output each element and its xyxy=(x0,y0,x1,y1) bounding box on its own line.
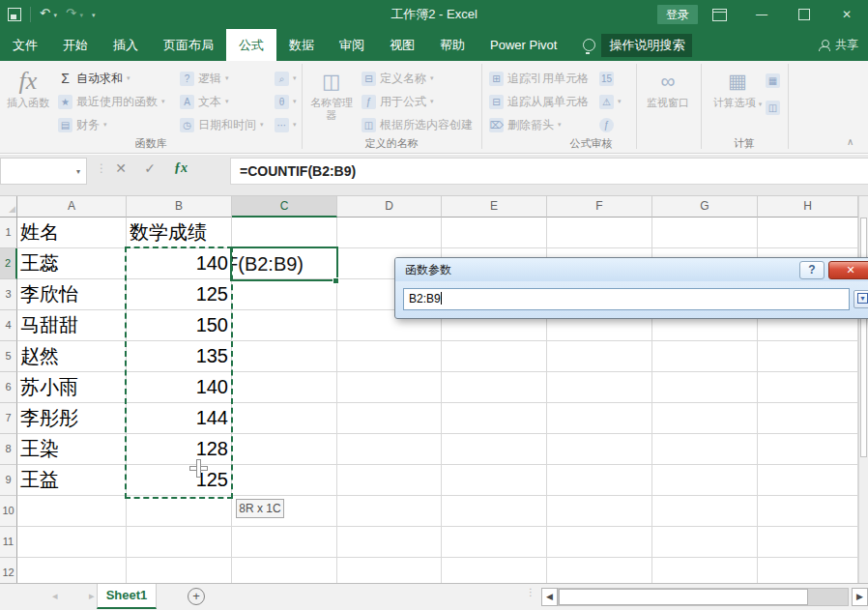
trace-dependents-button[interactable]: ⊟ 追踪从属单元格 xyxy=(489,92,589,111)
sheet-nav-next-button[interactable]: ▸ xyxy=(89,590,95,602)
row-header-7[interactable]: 7 xyxy=(0,403,17,434)
cell-B2[interactable]: 140 xyxy=(127,248,232,279)
cell-F10[interactable] xyxy=(547,496,652,527)
row-header-2[interactable]: 2 xyxy=(0,248,17,279)
cell-A5[interactable]: 赵然 xyxy=(17,341,127,372)
cell-A9[interactable]: 王益 xyxy=(17,465,127,496)
cell-B11[interactable] xyxy=(127,527,232,558)
undo-button[interactable]: ↶ ▾ xyxy=(40,0,57,30)
name-box[interactable]: ▾ xyxy=(0,158,87,185)
cell-B1[interactable]: 数学成绩 xyxy=(127,218,232,248)
close-button[interactable]: ✕ xyxy=(825,0,868,29)
column-header-A[interactable]: A xyxy=(17,196,127,218)
horizontal-scrollbar-thumb[interactable] xyxy=(559,589,808,605)
show-formulas-button[interactable]: 15 xyxy=(599,69,614,88)
cell-E7[interactable] xyxy=(442,403,547,434)
column-header-E[interactable]: E xyxy=(442,196,547,218)
sheet-tab-sheet1[interactable]: Sheet1 xyxy=(97,584,157,609)
dialog-close-button[interactable]: ✕ xyxy=(828,261,868,279)
cell-B12[interactable] xyxy=(127,558,232,583)
tab-view[interactable]: 视图 xyxy=(377,29,427,61)
cell-H10[interactable] xyxy=(758,496,858,527)
evaluate-formula-button[interactable]: ƒ xyxy=(599,115,614,134)
minimize-button[interactable]: — xyxy=(740,0,783,29)
column-header-F[interactable]: F xyxy=(547,196,652,218)
row-header-9[interactable]: 9 xyxy=(0,465,17,496)
cell-B3[interactable]: 125 xyxy=(127,279,232,310)
cell-E10[interactable] xyxy=(442,496,547,527)
tab-help[interactable]: 帮助 xyxy=(427,29,477,61)
cell-F11[interactable] xyxy=(547,527,652,558)
cell-A12[interactable] xyxy=(17,558,127,583)
vertical-scrollbar-thumb[interactable] xyxy=(860,218,867,457)
formula-input[interactable]: =COUNTIF(B2:B9) xyxy=(230,158,868,185)
redo-button[interactable]: ↷ ▾ xyxy=(66,0,83,30)
cell-C3[interactable] xyxy=(232,279,337,310)
tab-splitter-handle[interactable]: ⋮ xyxy=(526,588,535,596)
share-button[interactable]: 共享 xyxy=(819,29,868,61)
cell-G9[interactable] xyxy=(652,465,758,496)
cell-F9[interactable] xyxy=(547,465,652,496)
cell-C5[interactable] xyxy=(232,341,337,372)
watch-window-button[interactable]: ∞ 监视窗口 xyxy=(642,64,694,133)
active-cell-c2[interactable]: F(B2:B9) xyxy=(230,247,338,281)
cell-B5[interactable]: 135 xyxy=(127,341,232,372)
cell-G1[interactable] xyxy=(652,218,758,248)
logical-button[interactable]: ? 逻辑▾ xyxy=(180,69,229,88)
range-input[interactable]: B2:B9 xyxy=(403,288,850,310)
cell-D1[interactable] xyxy=(337,218,442,248)
column-header-C[interactable]: C xyxy=(232,196,337,218)
use-in-formula-button[interactable]: ƒ 用于公式▾ xyxy=(362,92,434,111)
dialog-help-button[interactable]: ? xyxy=(799,261,825,279)
tab-page-layout[interactable]: 页面布局 xyxy=(151,29,226,61)
row-header-6[interactable]: 6 xyxy=(0,372,17,403)
sheet-nav-prev-button[interactable]: ◂ xyxy=(52,590,58,602)
cell-D12[interactable] xyxy=(337,558,442,583)
remove-arrows-button[interactable]: ⌦ 删除箭头▾ xyxy=(489,115,562,134)
cell-D7[interactable] xyxy=(337,403,442,434)
collapse-ribbon-button[interactable]: ∧ xyxy=(847,136,854,147)
cell-A4[interactable]: 马甜甜 xyxy=(17,310,127,341)
save-icon[interactable] xyxy=(8,8,21,21)
cell-B6[interactable]: 140 xyxy=(127,372,232,403)
cell-D8[interactable] xyxy=(337,434,442,465)
recent-functions-button[interactable]: ★ 最近使用的函数▾ xyxy=(58,92,165,111)
cell-A6[interactable]: 苏小雨 xyxy=(17,372,127,403)
tab-power-pivot[interactable]: Power Pivot xyxy=(477,29,569,61)
hscroll-left-button[interactable]: ◀ xyxy=(541,588,558,606)
cell-C1[interactable] xyxy=(232,218,337,248)
tab-file[interactable]: 文件 xyxy=(0,29,50,61)
cell-H7[interactable] xyxy=(758,403,858,434)
cell-C9[interactable] xyxy=(232,465,337,496)
add-sheet-button[interactable]: + xyxy=(188,588,205,605)
hscroll-right-button[interactable]: ▶ xyxy=(852,588,868,606)
row-header-5[interactable]: 5 xyxy=(0,341,17,372)
trace-precedents-button[interactable]: ⊞ 追踪引用单元格 xyxy=(489,69,589,88)
cell-B8[interactable]: 128 xyxy=(127,434,232,465)
cell-B10[interactable] xyxy=(127,496,232,527)
cell-E12[interactable] xyxy=(442,558,547,583)
financial-button[interactable]: ▤ 财务▾ xyxy=(58,115,107,134)
cell-G5[interactable] xyxy=(652,341,758,372)
lookup-reference-button[interactable]: ⌕▾ xyxy=(275,69,297,88)
column-header-G[interactable]: G xyxy=(652,196,758,218)
cell-A8[interactable]: 王染 xyxy=(17,434,127,465)
cell-A11[interactable] xyxy=(17,527,127,558)
tab-insert[interactable]: 插入 xyxy=(101,29,151,61)
tell-me-search-box[interactable]: 操作说明搜索 xyxy=(601,34,692,57)
cell-F1[interactable] xyxy=(547,218,652,248)
fill-handle[interactable] xyxy=(333,277,339,284)
cell-H8[interactable] xyxy=(758,434,858,465)
cell-B7[interactable]: 144 xyxy=(127,403,232,434)
cell-C12[interactable] xyxy=(232,558,337,583)
cell-D10[interactable] xyxy=(337,496,442,527)
row-header-12[interactable]: 12 xyxy=(0,558,17,583)
vertical-scrollbar[interactable] xyxy=(858,196,868,583)
cell-E1[interactable] xyxy=(442,218,547,248)
cell-H11[interactable] xyxy=(758,527,858,558)
cell-C11[interactable] xyxy=(232,527,337,558)
name-manager-button[interactable]: ◫ 名称管理器 xyxy=(305,64,358,133)
cell-E11[interactable] xyxy=(442,527,547,558)
datetime-button[interactable]: ◷ 日期和时间▾ xyxy=(180,115,264,134)
cell-F6[interactable] xyxy=(547,372,652,403)
